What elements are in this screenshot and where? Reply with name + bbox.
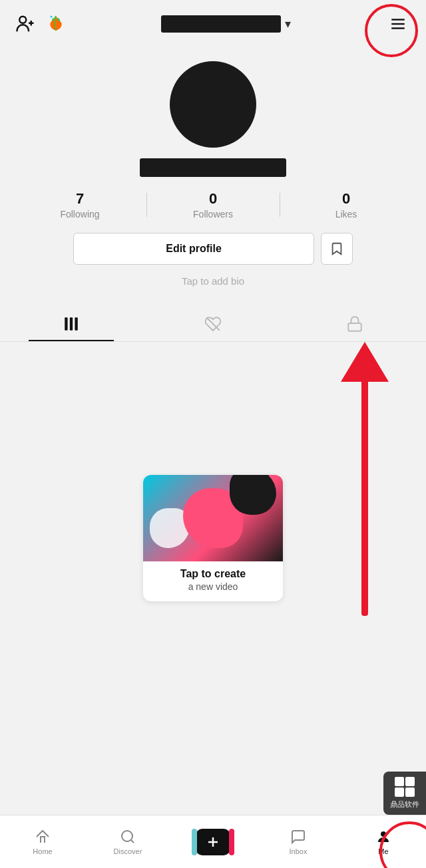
- app-header: ▾: [0, 0, 426, 48]
- watermark-label: 鼎品软件: [390, 799, 419, 809]
- nav-inbox-label: Inbox: [290, 847, 308, 855]
- svg-marker-3: [50, 15, 53, 18]
- content-area: Tap to create a new video: [0, 342, 426, 621]
- create-video-card[interactable]: Tap to create a new video: [143, 475, 283, 601]
- nav-discover-label: Discover: [114, 847, 142, 855]
- action-buttons: Edit profile: [73, 233, 353, 265]
- menu-button[interactable]: [383, 9, 413, 39]
- dropdown-icon[interactable]: ▾: [285, 17, 291, 31]
- svg-point-13: [122, 831, 132, 841]
- likes-count: 0: [342, 190, 350, 208]
- card-text: Tap to create a new video: [143, 561, 283, 601]
- card-image: [143, 475, 283, 561]
- bottom-nav: Home Discover Inbox Me: [0, 815, 426, 868]
- likes-label: Likes: [335, 209, 357, 219]
- stats-row: 7 Following 0 Followers 0 Likes: [13, 190, 413, 219]
- svg-point-16: [381, 831, 386, 837]
- tab-liked[interactable]: [142, 307, 284, 341]
- svg-point-0: [19, 17, 26, 23]
- nav-home[interactable]: Home: [0, 815, 85, 868]
- profile-section: 7 Following 0 Followers 0 Likes Edit pro…: [0, 48, 426, 307]
- header-center: ▾: [68, 15, 383, 33]
- nav-profile-label: Me: [378, 847, 388, 855]
- red-arrow-indicator: [338, 342, 391, 621]
- edit-profile-button[interactable]: Edit profile: [73, 233, 314, 265]
- followers-label: Followers: [193, 209, 233, 219]
- create-button[interactable]: [196, 829, 230, 855]
- tabs-row: [0, 307, 426, 342]
- bookmark-button[interactable]: [321, 233, 353, 265]
- following-label: Following: [60, 209, 99, 219]
- avatar: [170, 61, 256, 148]
- bio-placeholder[interactable]: Tap to add bio: [182, 275, 244, 287]
- nav-home-label: Home: [33, 847, 52, 855]
- carrot-icon[interactable]: [44, 12, 68, 36]
- svg-rect-9: [69, 318, 72, 331]
- watermark: 鼎品软件: [383, 772, 426, 815]
- card-subtitle: a new video: [152, 581, 274, 592]
- display-name-redacted: [140, 158, 286, 177]
- nav-profile[interactable]: Me: [341, 815, 426, 868]
- followers-count: 0: [209, 190, 217, 208]
- svg-rect-12: [349, 323, 362, 331]
- following-count: 7: [76, 190, 84, 208]
- username-redacted: [161, 15, 281, 33]
- add-user-icon[interactable]: [13, 12, 37, 36]
- nav-inbox[interactable]: Inbox: [256, 815, 341, 868]
- header-left: [13, 12, 68, 36]
- nav-discover[interactable]: Discover: [85, 815, 170, 868]
- likes-stat[interactable]: 0 Likes: [280, 190, 413, 219]
- svg-rect-10: [75, 318, 77, 331]
- tab-videos[interactable]: [0, 307, 142, 341]
- nav-create[interactable]: [170, 815, 256, 868]
- followers-stat[interactable]: 0 Followers: [146, 190, 280, 219]
- following-stat[interactable]: 7 Following: [13, 190, 146, 219]
- card-title: Tap to create: [152, 568, 274, 580]
- tab-private[interactable]: [284, 307, 426, 341]
- svg-rect-8: [65, 318, 67, 331]
